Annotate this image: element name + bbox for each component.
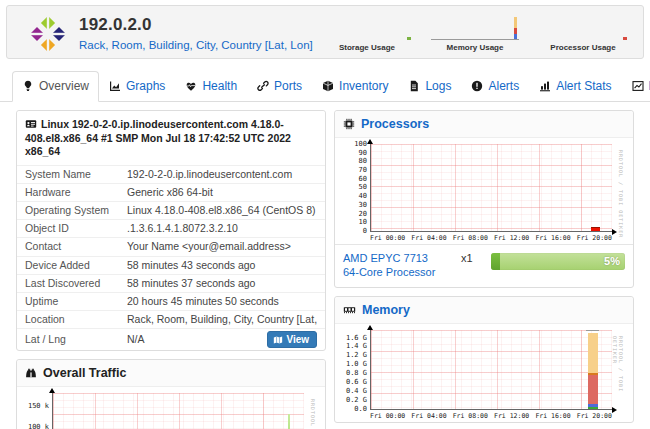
memory-spike-used <box>514 28 517 34</box>
memory-graph[interactable]: 1.6 G1.4 G1.2 G1.0 G0.8 G0.6 G0.4 G0.2 G… <box>343 330 625 420</box>
tab-overview[interactable]: Overview <box>12 71 99 102</box>
memory-header: Memory <box>335 297 633 324</box>
cpu-usage-bar <box>591 227 600 231</box>
cpu-usage-progressbar: 5% <box>491 253 625 270</box>
memory-free-segment <box>588 407 598 409</box>
file-text-icon <box>408 80 420 92</box>
memory-spike-buffers <box>514 34 517 39</box>
tab-alerts[interactable]: Alerts <box>461 71 529 102</box>
system-info-header: Linux 192-0-2-0.ip.linodeusercontent.com… <box>17 111 325 165</box>
memory-usage-label: Memory Usage <box>429 43 521 52</box>
overall-traffic-panel: Overall Traffic 150 k100 k50 k0 RRDTOOL … <box>16 359 326 429</box>
storage-usage-label: Storage Usage <box>321 43 413 52</box>
header-mini-graphs: Storage Usage Memory Usage Processor Usa… <box>321 12 629 52</box>
storage-usage-mark <box>407 37 411 40</box>
processor-usage-minigraph[interactable]: Processor Usage <box>537 12 629 52</box>
overall-traffic-header: Overall Traffic <box>17 360 325 387</box>
memory-buffers-segment <box>588 404 598 407</box>
table-row: Uptime20 hours 45 minutes 50 seconds <box>17 292 325 310</box>
memory-usage-minigraph[interactable]: Memory Usage <box>429 12 521 52</box>
bar-chart-icon <box>539 80 551 92</box>
device-title: 192.0.2.0 <box>79 15 313 35</box>
overview-content: Linux 192-0-2-0.ip.linodeusercontent.com… <box>16 110 634 429</box>
tab-ports[interactable]: Ports <box>247 71 312 102</box>
lightbulb-icon <box>22 80 34 92</box>
cpu-usage-fill <box>491 253 500 270</box>
processors-title: Processors <box>361 117 429 131</box>
system-title: Linux 192-0-2-0.ip.linodeusercontent.com… <box>25 118 291 157</box>
traffic-in-peak-line <box>288 414 290 429</box>
exclamation-circle-icon <box>471 80 483 92</box>
storage-usage-minigraph[interactable]: Storage Usage <box>321 12 413 52</box>
table-row: System Name192-0-2-0.ip.linodeuserconten… <box>17 165 325 183</box>
processor-usage-mark <box>623 37 627 40</box>
left-column: Linux 192-0-2-0.ip.linodeusercontent.com… <box>16 110 326 429</box>
processors-header: Processors <box>335 111 633 138</box>
device-tabs: Overview Graphs Health Ports Inventory L… <box>12 71 650 101</box>
cpu-icon <box>343 118 355 130</box>
cube-icon <box>322 80 334 92</box>
table-row: Last Discovered58 minutes 37 seconds ago <box>17 274 325 292</box>
memory-title: Memory <box>362 303 410 317</box>
table-row: Operating SystemLinux 4.18.0-408.el8.x86… <box>17 201 325 219</box>
memory-y-axis: 1.6 G1.4 G1.2 G1.0 G0.8 G0.6 G0.4 G0.2 G… <box>343 335 367 413</box>
link-icon <box>257 80 269 92</box>
cpu-name-link[interactable]: AMD EPYC 7713 64-Core Processor <box>343 251 461 280</box>
view-map-button[interactable]: View <box>267 331 317 348</box>
memory-panel: Memory 1.6 G1.4 G1.2 G1.0 G0.8 G0.6 G0.4… <box>334 296 634 423</box>
device-identity: 192.0.2.0 Rack, Room, Building, City, Co… <box>79 15 313 53</box>
cpu-usage-percent: 5% <box>604 255 620 267</box>
tab-alert-stats[interactable]: Alert Stats <box>529 71 621 102</box>
tab-latency[interactable]: Latency <box>622 71 650 102</box>
processor-usage-label: Processor Usage <box>537 43 629 52</box>
cpu-count: x1 <box>461 251 491 264</box>
storage-usage-sparkline <box>321 12 413 42</box>
device-location-link[interactable]: Rack, Room, Building, City, Country [Lat… <box>79 39 313 51</box>
processors-plot <box>370 144 612 232</box>
rrdtool-watermark: RRDTOOL / TOBI OETIKER <box>310 399 316 429</box>
table-row-latlng: Lat / Lng N/A View <box>17 328 325 350</box>
tab-health[interactable]: Health <box>175 71 247 102</box>
system-info-table: System Name192-0-2-0.ip.linodeuserconten… <box>17 165 325 350</box>
memory-plot <box>370 330 612 410</box>
memory-x-axis: Fri 00:00Fri 04:00Fri 08:00Fri 12:00Fri … <box>370 410 612 420</box>
memory-used-line <box>588 373 598 375</box>
area-chart-icon <box>109 80 121 92</box>
memory-spike-cached <box>514 17 517 28</box>
rrdtool-watermark: RRDTOOL / TOBI OETIKER <box>612 336 624 420</box>
heartbeat-icon <box>185 80 197 92</box>
traffic-plot <box>52 393 304 429</box>
server-id-icon <box>25 118 37 130</box>
memory-usage-sparkline <box>429 12 521 42</box>
traffic-y-axis: 150 k100 k50 k0 <box>25 403 49 429</box>
processor-usage-sparkline <box>537 12 629 42</box>
table-row: ContactYour Name <your@email.address> <box>17 237 325 255</box>
processors-x-axis: Fri 00:00Fri 04:00Fri 08:00Fri 12:00Fri … <box>370 232 612 242</box>
overall-traffic-graph[interactable]: 150 k100 k50 k0 RRDTOOL / TOBI OETIKER <box>25 393 317 429</box>
memory-icon <box>343 304 356 316</box>
memory-total-line <box>586 330 599 331</box>
device-page: 192.0.2.0 Rack, Room, Building, City, Co… <box>0 0 650 429</box>
processor-list-item: AMD EPYC 7713 64-Core Processor x1 5% <box>335 244 633 287</box>
processors-graph[interactable]: 1009080706050403020100 RRDTOOL / TOBI OE… <box>343 144 625 242</box>
processors-panel: Processors 1009080706050403020100 RRDTOO… <box>334 110 634 288</box>
tab-graphs[interactable]: Graphs <box>99 71 175 102</box>
map-icon <box>273 335 283 345</box>
system-info-panel: Linux 192-0-2-0.ip.linodeusercontent.com… <box>16 110 326 351</box>
tab-inventory[interactable]: Inventory <box>312 71 398 102</box>
overall-traffic-title: Overall Traffic <box>43 366 126 380</box>
processors-y-axis: 1009080706050403020100 <box>343 141 367 235</box>
table-row: HardwareGeneric x86 64-bit <box>17 183 325 201</box>
device-tabbar: Overview Graphs Health Ports Inventory L… <box>0 66 650 102</box>
memory-used-segment <box>588 375 598 404</box>
rrdtool-watermark: RRDTOOL / TOBI OETIKER <box>618 150 624 238</box>
binoculars-icon <box>25 367 37 379</box>
device-header-panel: 192.0.2.0 Rack, Room, Building, City, Co… <box>6 5 644 59</box>
table-row: LocationRack, Room, Building, City, Coun… <box>17 310 325 328</box>
right-column: Processors 1009080706050403020100 RRDTOO… <box>334 110 634 429</box>
table-row: Object ID.1.3.6.1.4.1.8072.3.2.10 <box>17 219 325 237</box>
latlng-value: N/A <box>127 333 145 346</box>
tab-logs[interactable]: Logs <box>398 71 461 102</box>
line-chart-icon <box>632 80 644 92</box>
table-row: Device Added58 minutes 43 seconds ago <box>17 256 325 274</box>
